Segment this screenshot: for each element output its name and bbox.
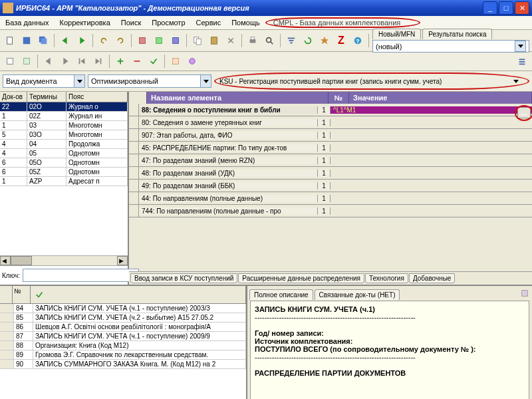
ws-tab-tech[interactable]: Технология: [365, 273, 408, 283]
doc-type-combo[interactable]: Вид документа: [3, 74, 85, 88]
record-row[interactable]: 85ЗАПИСЬ КНИГИ СУМ. УЧЕТА (ч.2 - выбытие…: [0, 313, 246, 323]
ws-tab-extra[interactable]: Добавочные: [409, 273, 456, 283]
menu-help[interactable]: Помощь: [226, 19, 265, 27]
minimize-button[interactable]: _: [483, 1, 497, 15]
print-icon[interactable]: [245, 33, 260, 48]
dict-row[interactable]: 605ZОднотомн: [0, 168, 128, 177]
dict-row[interactable]: 503OМноготомн: [0, 130, 128, 140]
worksheet-row[interactable]: 88: Сведения о поступлении книг в библи1…: [129, 104, 532, 116]
preview-icon[interactable]: [262, 33, 277, 48]
desc-tab-full[interactable]: Полное описание: [249, 289, 313, 300]
prev-green-icon[interactable]: [58, 33, 72, 48]
record-row[interactable]: 86Шевцов А.Г. Освітні основи реабілітоло…: [0, 323, 246, 332]
svg-rect-12: [250, 39, 256, 43]
tb2-first-icon[interactable]: [74, 54, 89, 68]
tb2-menu-icon[interactable]: [515, 54, 529, 68]
mfn-combo-value: (новый): [376, 43, 402, 51]
svg-rect-6: [140, 38, 146, 44]
record-row[interactable]: 88 Организация: Книга (Код M12): [0, 341, 246, 350]
filter-icon[interactable]: [284, 33, 299, 48]
menu-correct[interactable]: Корректировка: [55, 19, 116, 27]
svg-marker-4: [63, 37, 67, 45]
worksheet-row[interactable]: 44: По направлениям (полные данные)1: [129, 192, 532, 205]
save-icon[interactable]: [19, 33, 34, 48]
z-icon[interactable]: Z: [334, 33, 348, 48]
help-icon[interactable]: ?: [350, 33, 365, 48]
record-row[interactable]: 87ЗАПИСЬ КНИГИ СУМ. УЧЕТА (ч.1 - поступл…: [0, 332, 246, 341]
dict-row[interactable]: 405Однотомн: [0, 149, 128, 158]
worksheet-row[interactable]: 907: Этап работы, дата, ФИО1: [129, 129, 532, 142]
new-icon[interactable]: [3, 33, 17, 48]
tb2-icon-6[interactable]: [185, 54, 200, 68]
dict-row[interactable]: 102ZЖурнал ин: [0, 112, 128, 121]
tb2-prev-icon[interactable]: [41, 54, 56, 68]
copy-icon[interactable]: [190, 33, 205, 48]
tb2-next-icon[interactable]: [58, 54, 72, 68]
worksheet-selector[interactable]: KSU - Регистрация поступившей партии кни…: [214, 72, 529, 90]
view-mode-combo[interactable]: Оптимизированный: [88, 74, 211, 88]
rec-check-icon[interactable]: [32, 287, 47, 302]
dict-row[interactable]: 103Многотомн: [0, 121, 128, 130]
tb2-icon-add[interactable]: [113, 54, 128, 68]
tb2-icon-5[interactable]: [168, 54, 183, 68]
dict-row[interactable]: 2202OЖурнал о: [0, 102, 128, 112]
record-row[interactable]: 90ЗАПИСЬ СУММАРНОГО ЗАКАЗА Книга. М. (Ко…: [0, 360, 246, 369]
tool-icon-1[interactable]: [135, 33, 150, 48]
menu-view[interactable]: Просмотр: [146, 19, 190, 27]
refresh-icon[interactable]: [301, 33, 315, 48]
svg-marker-5: [80, 37, 84, 45]
tb2-last-icon[interactable]: [91, 54, 106, 68]
worksheet-row[interactable]: 45: РАСПРЕДЕЛЕНИЕ партии: По типу док-то…: [129, 142, 532, 154]
mfn-combo[interactable]: (новый): [372, 40, 529, 53]
dict-hdr-terms[interactable]: Термины: [27, 92, 66, 102]
dict-hdr-expl[interactable]: Пояс: [66, 92, 128, 102]
desc-tool-icon[interactable]: [517, 286, 532, 301]
tb2-icon-check[interactable]: [146, 54, 161, 68]
ws-tab-entry[interactable]: Ввод записи в КСУ поступлений: [130, 273, 237, 283]
redo-icon[interactable]: [113, 33, 128, 48]
record-row[interactable]: 89Громова Э.Г. Справочник по лекарственн…: [0, 350, 246, 360]
record-row[interactable]: 84ЗАПИСЬ КНИГИ СУМ. УЧЕТА (ч.1 - поступл…: [0, 304, 246, 313]
key-input[interactable]: [23, 269, 139, 282]
dict-hdr-docs[interactable]: Док-ов: [0, 92, 27, 102]
next-green-icon[interactable]: [74, 33, 89, 48]
paste-icon[interactable]: [207, 33, 221, 48]
window-titlebar: ИРБИС64 - АРМ "Каталогизатор" - Демонстр…: [0, 0, 532, 16]
worksheet-row[interactable]: 48: По разделам знаний (УДК)1: [129, 167, 532, 180]
svg-rect-26: [79, 59, 80, 65]
current-database-label: CMPL - База данных комплектования: [265, 17, 421, 28]
tab-search-results[interactable]: Результаты поиска: [422, 29, 492, 39]
worksheet-row[interactable]: 47: По разделам знаний (меню RZN)1: [129, 154, 532, 167]
cut-icon[interactable]: [223, 33, 238, 48]
tool-icon-2[interactable]: [152, 33, 166, 48]
svg-rect-0: [7, 37, 13, 45]
records-list-panel: № 84ЗАПИСЬ КНИГИ СУМ. УЧЕТА (ч.1 - посту…: [0, 286, 247, 399]
svg-marker-25: [63, 58, 68, 65]
tool-icon-3[interactable]: [168, 33, 183, 48]
tab-new-mfn[interactable]: Новый/MFN: [372, 29, 421, 39]
worksheet-row[interactable]: 49: По разделам знаний (ББК)1: [129, 180, 532, 192]
rec-hdr-no[interactable]: №: [13, 286, 31, 303]
dict-row[interactable]: 1AZPАдресат п: [0, 177, 128, 186]
toolbar-main: Z ? Новый/MFN Результаты поиска (новый): [0, 30, 532, 52]
dict-row[interactable]: 605OОднотомн: [0, 158, 128, 168]
svg-rect-28: [100, 59, 102, 65]
desc-tab-linked[interactable]: Связанные док-ты (НЕТ): [315, 289, 400, 300]
worksheet-row[interactable]: 744: По направлениям (полные данные - пр…: [129, 205, 532, 217]
dict-hscroll[interactable]: ◄►: [0, 255, 128, 265]
menu-database[interactable]: База данных: [0, 19, 55, 27]
close-button[interactable]: ✕: [515, 1, 529, 15]
dict-row[interactable]: 404Продолжа: [0, 140, 128, 149]
maximize-button[interactable]: □: [499, 1, 513, 15]
menu-service[interactable]: Сервис: [191, 19, 227, 27]
save-all-icon[interactable]: [36, 33, 51, 48]
tb2-icon-2[interactable]: [19, 54, 34, 68]
menu-search[interactable]: Поиск: [116, 19, 146, 27]
ws-tab-extended[interactable]: Расширенные данные распределения: [238, 273, 364, 283]
selector-row: Вид документа Оптимизированный KSU - Рег…: [0, 71, 532, 92]
tb2-icon-del[interactable]: [130, 54, 144, 68]
tb2-icon-1[interactable]: [3, 54, 17, 68]
undo-icon[interactable]: [96, 33, 111, 48]
wizard-icon[interactable]: [317, 33, 332, 48]
worksheet-row[interactable]: 80: Сведения о замене утерянных книг1: [129, 116, 532, 129]
